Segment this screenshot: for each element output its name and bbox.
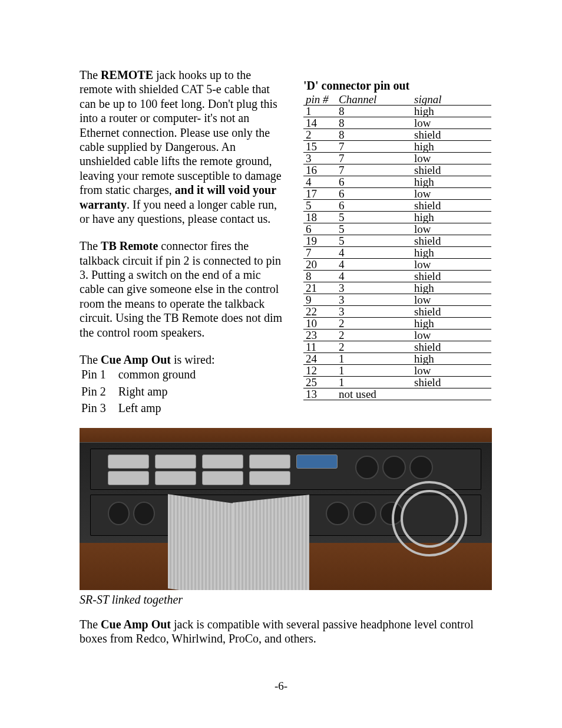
pin-signal: high: [412, 212, 491, 223]
pinout-row: 102high: [303, 318, 491, 330]
pin-channel: 2: [336, 318, 412, 330]
pin-number: 9: [303, 294, 336, 306]
pin-signal: shield: [412, 129, 491, 141]
pin-number: 20: [303, 259, 336, 271]
pinout-row: 28shield: [303, 129, 491, 141]
text: The: [80, 239, 101, 252]
pin-channel: 8: [336, 117, 412, 129]
pin-signal: high: [412, 106, 491, 117]
pin-signal: high: [412, 141, 491, 153]
paragraph-remote: The REMOTE jack hooks up to the remote w…: [80, 68, 286, 226]
pin-number: 3: [303, 153, 336, 164]
pin-number: 18: [303, 212, 336, 223]
pin-channel: 6: [336, 176, 412, 188]
cue-row: Pin 2Right amp: [81, 384, 206, 399]
pin-channel: not used: [336, 388, 412, 400]
right-column: 'D' connector pin out pin # Channel sign…: [303, 68, 491, 417]
pin-channel: 3: [336, 306, 412, 318]
pinout-row: 148low: [303, 117, 491, 129]
pin-number: 25: [303, 377, 336, 388]
pin-channel: 4: [336, 259, 412, 271]
pin-signal: shield: [412, 377, 491, 388]
pin-signal: low: [412, 117, 491, 129]
cue-desc: Right amp: [118, 384, 207, 399]
pinout-row: 232low: [303, 330, 491, 341]
pin-channel: 1: [336, 353, 412, 365]
pin-channel: 1: [336, 365, 412, 377]
pin-signal: high: [412, 282, 491, 294]
pin-channel: 3: [336, 294, 412, 306]
table-header-row: pin # Channel signal: [303, 94, 491, 106]
pin-number: 23: [303, 330, 336, 341]
cue-row: Pin 1common ground: [81, 367, 206, 382]
col-header: Channel: [336, 94, 412, 106]
pin-signal: low: [412, 188, 491, 200]
pin-signal: shield: [412, 200, 491, 212]
text: The: [80, 68, 101, 81]
pin-signal: high: [412, 318, 491, 330]
pin-channel: 6: [336, 188, 412, 200]
pin-number: 8: [303, 271, 336, 282]
pinout-row: 204low: [303, 259, 491, 271]
pin-number: 14: [303, 117, 336, 129]
pin-number: 6: [303, 223, 336, 235]
d-connector-pinout-table: pin # Channel signal 18high148low28shiel…: [303, 94, 491, 400]
cue-pin-table: Pin 1common groundPin 2Right ampPin 3Lef…: [80, 365, 207, 417]
pin-signal: low: [412, 223, 491, 235]
pinout-row: 213high: [303, 282, 491, 294]
pin-number: 10: [303, 318, 336, 330]
pinout-row: 18high: [303, 106, 491, 117]
pin-channel: 8: [336, 106, 412, 117]
pinout-row: 251shield: [303, 377, 491, 388]
col-header: pin #: [303, 94, 336, 106]
cue-row: Pin 3Left amp: [81, 400, 206, 416]
pinout-row: 121low: [303, 365, 491, 377]
pin-number: 1: [303, 106, 336, 117]
photo-caption: SR-ST linked together: [80, 592, 491, 607]
pin-signal: [412, 388, 491, 400]
pinout-row: 223shield: [303, 306, 491, 318]
text: connector fires the talkback circuit if …: [80, 239, 282, 338]
pin-signal: shield: [412, 306, 491, 318]
pinout-row: 167shield: [303, 164, 491, 176]
pin-channel: 2: [336, 341, 412, 353]
pin-number: 11: [303, 341, 336, 353]
pinout-row: 157high: [303, 141, 491, 153]
pin-number: 16: [303, 164, 336, 176]
pin-channel: 5: [336, 212, 412, 223]
text-bold: TB Remote: [101, 239, 158, 252]
pin-signal: low: [412, 365, 491, 377]
pinout-row: 93low: [303, 294, 491, 306]
pinout-row: 65low: [303, 223, 491, 235]
text: The: [80, 618, 101, 631]
page-number: -6-: [0, 679, 562, 693]
left-column: The REMOTE jack hooks up to the remote w…: [80, 68, 286, 417]
pin-signal: low: [412, 294, 491, 306]
pinout-row: 56shield: [303, 200, 491, 212]
pin-signal: high: [412, 353, 491, 365]
pin-channel: 6: [336, 200, 412, 212]
pin-number: 17: [303, 188, 336, 200]
pinout-row: 112shield: [303, 341, 491, 353]
pin-number: 4: [303, 176, 336, 188]
pin-channel: 4: [336, 247, 412, 259]
pin-number: 13: [303, 388, 336, 400]
pin-channel: 3: [336, 282, 412, 294]
pin-channel: 7: [336, 141, 412, 153]
paragraph-tb-remote: The TB Remote connector fires the talkba…: [80, 239, 286, 340]
pin-signal: low: [412, 153, 491, 164]
pinout-row: 241high: [303, 353, 491, 365]
pin-number: 19: [303, 235, 336, 247]
col-header: signal: [412, 94, 491, 106]
cue-desc: common ground: [118, 367, 207, 382]
pin-channel: 5: [336, 223, 412, 235]
pin-signal: high: [412, 176, 491, 188]
pinout-row: 37low: [303, 153, 491, 164]
pinout-row: 84shield: [303, 271, 491, 282]
pinout-title: 'D' connector pin out: [303, 78, 491, 93]
text-bold: Cue Amp Out: [101, 618, 171, 631]
pin-channel: 5: [336, 235, 412, 247]
cue-pin: Pin 1: [81, 367, 117, 382]
pin-channel: 4: [336, 271, 412, 282]
pin-channel: 7: [336, 164, 412, 176]
